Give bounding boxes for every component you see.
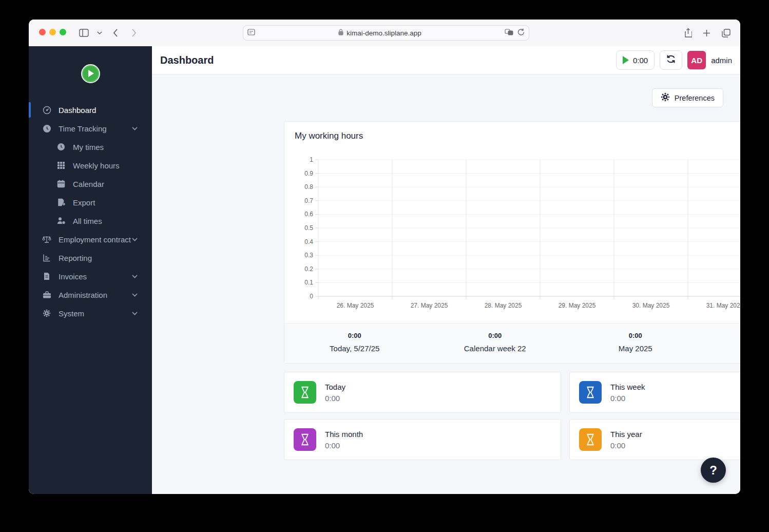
svg-text:0.1: 0.1 [304,279,313,286]
svg-text:1: 1 [310,156,313,163]
sidebar-item-my-times[interactable]: My times [29,138,152,156]
user-clock-icon [56,216,66,225]
svg-text:26. May 2025: 26. May 2025 [337,302,374,309]
svg-text:0.4: 0.4 [304,238,313,245]
sidebar-item-label: Employment contract [59,235,131,244]
svg-text:0.6: 0.6 [304,211,313,218]
svg-text:0.9: 0.9 [304,170,313,177]
refresh-icon [666,54,676,66]
sidebar-item-time-tracking[interactable]: Time Tracking [29,119,152,138]
sidebar-item-dashboard[interactable]: Dashboard [29,101,152,119]
translate-icon[interactable] [505,28,513,37]
sidebar-item-label: Export [73,198,95,207]
sidebar-item-invoices[interactable]: Invoices [29,267,152,286]
username: admin [711,56,732,65]
svg-text:31. May 2025: 31. May 2025 [706,302,740,309]
sidebar-item-system[interactable]: System [29,304,152,322]
clock-icon [56,142,66,151]
sidebar-item-reporting[interactable]: Reporting [29,249,152,267]
svg-text:0.3: 0.3 [304,252,313,259]
sidebar-item-administration[interactable]: Administration [29,286,152,304]
page-header: Dashboard 0:00 AD [152,46,740,74]
sidebar-item-export[interactable]: Export [29,193,152,212]
scales-icon [42,235,51,244]
share-icon[interactable] [681,26,695,40]
clock-icon [42,124,51,133]
summary-today: 0:00 Today, 5/27/25 [284,332,425,353]
summary-year: 0:00 Full year 2025 [706,332,741,353]
address-bar[interactable]: kimai-demo.sliplane.app [243,25,529,41]
preferences-label: Preferences [675,94,715,102]
sidebar-item-label: Reporting [59,254,92,262]
sidebar-item-calendar[interactable]: Calendar [29,175,152,193]
chevron-down-icon [132,293,138,297]
sidebar-item-label: Administration [59,291,107,299]
hourglass-icon [294,428,316,451]
close-window-button[interactable] [39,29,46,35]
stat-card-this-year: This year 0:00 [569,419,740,460]
sidebar-item-label: Time Tracking [59,124,107,133]
gauge-icon [42,105,51,115]
help-button[interactable]: ? [701,458,726,483]
hourglass-icon [579,428,602,451]
gear-icon [42,309,51,318]
sidebar-item-label: All times [73,217,102,225]
preferences-button[interactable]: Preferences [652,88,723,107]
sidebar-item-employment-contract[interactable]: Employment contract [29,230,152,249]
svg-text:30. May 2025: 30. May 2025 [632,302,670,309]
hourglass-icon [294,381,316,404]
zoom-window-button[interactable] [60,29,66,35]
timer-button[interactable]: 0:00 [616,50,655,70]
new-tab-icon[interactable] [699,26,714,40]
forward-icon[interactable] [127,26,141,40]
tabs-overview-icon[interactable] [719,26,733,40]
stat-card-today: Today 0:00 [284,372,561,413]
kimai-logo[interactable] [81,64,100,83]
gear-icon [661,92,670,103]
svg-text:29. May 2025: 29. May 2025 [559,302,596,309]
chevron-down-icon [132,275,138,278]
chevron-down-icon[interactable] [92,26,107,40]
question-mark: ? [709,463,717,478]
summary-week: 0:00 Calendar week 22 [425,332,566,353]
browser-chrome: kimai-demo.sliplane.app [29,20,740,46]
timer-value: 0:00 [633,56,648,65]
sidebar-item-label: Weekly hours [73,161,120,170]
svg-text:0.8: 0.8 [304,183,313,191]
svg-text:0.7: 0.7 [304,197,313,204]
sidebar-item-label: System [59,309,84,318]
browser-window: kimai-demo.sliplane.app [29,20,740,494]
chevron-down-icon [132,127,138,130]
invoice-icon [42,272,51,281]
dashboard-content: Preferences My working hours [152,74,740,494]
sidebar-item-label: Dashboard [59,106,96,115]
reload-icon[interactable] [517,28,525,38]
sidebar-toggle-icon[interactable] [76,26,91,40]
avatar[interactable]: AD [687,51,706,69]
svg-text:28. May 2025: 28. May 2025 [485,302,522,309]
chevron-down-icon [132,238,138,241]
sidebar-item-weekly-hours[interactable]: Weekly hours [29,156,152,175]
svg-text:0: 0 [310,293,313,300]
play-icon [623,56,629,64]
lock-icon [338,29,343,37]
chevron-down-icon [132,312,138,315]
briefcase-icon [42,290,51,299]
svg-text:0.5: 0.5 [304,224,313,232]
reader-icon[interactable] [247,28,255,37]
summary-month: 0:00 May 2025 [565,332,706,353]
working-hours-chart: 10.90.80.70.60.50.40.30.20.1026. May 202… [294,155,740,318]
stat-card-this-month: This month 0:00 [284,419,561,460]
sidebar-item-all-times[interactable]: All times [29,212,152,230]
sidebar-item-label: My times [73,143,104,151]
report-chart-icon [42,253,51,262]
hourglass-icon [579,381,602,404]
back-icon[interactable] [108,26,123,40]
minimize-window-button[interactable] [49,29,56,35]
chart-summary-row: 0:00 Today, 5/27/25 0:00 Calendar week 2… [284,323,740,363]
file-export-icon [56,198,66,207]
svg-text:27. May 2025: 27. May 2025 [411,302,448,309]
sidebar-item-label: Calendar [73,180,104,188]
url-text: kimai-demo.sliplane.app [347,29,421,37]
refresh-button[interactable] [660,50,682,70]
